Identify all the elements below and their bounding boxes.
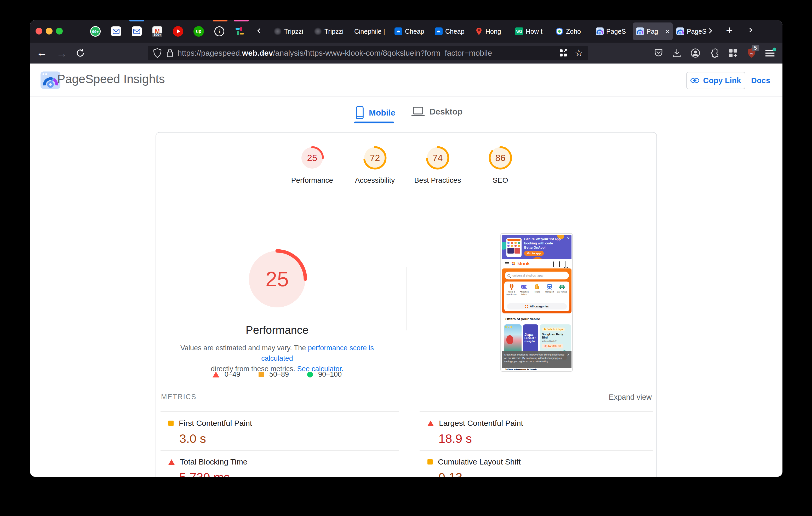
- browser-tab[interactable]: W3How t: [512, 23, 552, 40]
- pinned-tab-gmail[interactable]: M 100+: [152, 26, 163, 37]
- pinned-tab-info[interactable]: i: [214, 26, 225, 37]
- copy-link-button[interactable]: Copy Link: [686, 72, 745, 89]
- mail-icon: [132, 26, 142, 36]
- browser-tab[interactable]: Tripzzi: [270, 23, 310, 40]
- tab-title: PageS: [606, 28, 629, 35]
- grid-icon: [525, 305, 528, 308]
- why-choose-title: Why choose Klook: [505, 368, 537, 370]
- divider: [161, 195, 652, 195]
- pass-circle-icon: [307, 372, 313, 377]
- tab-title: Cheap: [445, 28, 468, 35]
- pinned-tab-upwork[interactable]: up: [194, 26, 204, 37]
- score-value: 72: [363, 146, 387, 170]
- expand-view-link[interactable]: Expand view: [609, 393, 652, 402]
- new-tab-button[interactable]: +: [726, 24, 733, 37]
- pinned-tab-indicator-orange: [213, 20, 227, 22]
- skyscanner-favicon: [395, 27, 402, 35]
- tab-mobile[interactable]: Mobile: [355, 106, 395, 119]
- tab-desktop[interactable]: Desktop: [411, 106, 462, 117]
- extensions-grid-icon[interactable]: [728, 48, 738, 58]
- score-performance[interactable]: 25 Performance: [281, 146, 344, 184]
- mail-icon: [111, 26, 121, 36]
- browser-tab[interactable]: Hong: [472, 23, 512, 40]
- bookmark-star-icon[interactable]: ☆: [575, 48, 583, 59]
- klook-logo: klook: [517, 261, 530, 267]
- minimize-window-button[interactable]: [46, 28, 53, 34]
- screenshot-grid-icon[interactable]: [559, 49, 568, 58]
- pinned-tab-mail-2[interactable]: [132, 26, 142, 37]
- browser-tab[interactable]: Cheap: [392, 23, 431, 40]
- pinned-tab-slack[interactable]: [235, 26, 245, 37]
- info-icon: i: [214, 26, 224, 36]
- forward-button[interactable]: →: [56, 47, 67, 60]
- account-icon[interactable]: [690, 48, 700, 58]
- whatsapp-icon: 99+: [90, 26, 100, 37]
- shield-badge: 5: [752, 45, 759, 51]
- slack-icon: [235, 26, 245, 36]
- scroll-tabs-left-icon[interactable]: [257, 28, 262, 33]
- browser-tab[interactable]: Cheap: [432, 23, 471, 40]
- all-categories-button: All categories: [507, 303, 567, 310]
- cookie-banner: Klook uses cookies to improve your surfi…: [502, 351, 572, 368]
- downloads-icon[interactable]: [672, 48, 682, 58]
- adblock-shield-icon[interactable]: w 5: [747, 48, 756, 58]
- pinned-tab-whatsapp[interactable]: 99+: [90, 26, 100, 37]
- metric-total-blocking-time[interactable]: Total Blocking Time 5,730 ms: [161, 450, 399, 477]
- category-attractions: Attraction tickets: [518, 284, 530, 295]
- search-icon: [508, 274, 510, 277]
- legend-range: 90–100: [318, 370, 342, 378]
- browser-tab[interactable]: PageS: [593, 23, 632, 40]
- lock-icon[interactable]: [167, 48, 173, 58]
- toolbar-right-icons: w 5: [654, 42, 775, 63]
- fail-triangle-icon: [428, 421, 434, 426]
- score-label: SEO: [493, 176, 508, 184]
- browser-tab[interactable]: Cinephile |: [351, 23, 391, 40]
- score-value: 74: [426, 146, 450, 170]
- url-bar[interactable]: https://pagespeed.web.dev/analysis/https…: [148, 46, 588, 60]
- decor-blob: [533, 257, 542, 259]
- docs-link[interactable]: Docs: [751, 76, 770, 85]
- extension-puzzle-icon[interactable]: [709, 48, 719, 58]
- zoom-window-button[interactable]: [56, 28, 63, 34]
- pinned-tab-mail-1[interactable]: [111, 26, 121, 37]
- page-screenshot-thumbnail[interactable]: × Get 5% off your 1st app booking with c…: [500, 233, 573, 372]
- upwork-icon: up: [194, 26, 204, 37]
- gmail-icon: M 100+: [152, 26, 162, 36]
- pinned-tab-indicator-blue: [129, 20, 144, 22]
- reload-button[interactable]: [75, 48, 86, 58]
- tab-title: Hong: [486, 28, 509, 35]
- close-window-button[interactable]: [35, 28, 42, 34]
- app-menu-icon[interactable]: [765, 50, 775, 56]
- pocket-icon[interactable]: [654, 48, 663, 58]
- metric-cumulative-layout-shift[interactable]: Cumulative Layout Shift 0.13: [419, 450, 653, 477]
- score-disclaimer: Values are estimated and may vary. The p…: [170, 343, 384, 374]
- browser-tab[interactable]: Tripzzi: [311, 23, 351, 40]
- score-seo[interactable]: 86 SEO: [469, 146, 532, 184]
- window-controls: [35, 28, 63, 34]
- browser-tab-active[interactable]: Pag ×: [633, 23, 673, 40]
- google-maps-pin-icon: [475, 27, 483, 35]
- performance-section-title: Performance: [199, 324, 355, 337]
- device-tabs: Mobile Desktop: [30, 96, 782, 132]
- score-accessibility[interactable]: 72 Accessibility: [344, 146, 406, 184]
- metric-first-contentful-paint[interactable]: First Contentful Paint 3.0 s: [161, 411, 399, 446]
- browser-tab[interactable]: Zoho: [552, 23, 592, 40]
- browser-window: 99+ M 100+ up i Tr: [30, 20, 782, 477]
- metric-value: 3.0 s: [179, 431, 399, 446]
- average-square-icon: [428, 459, 433, 464]
- pagespeed-header: PageSpeed Insights Copy Link Docs: [30, 63, 782, 96]
- back-button[interactable]: ←: [36, 47, 47, 58]
- mobile-phone-icon: [355, 106, 364, 119]
- tab-bar: 99+ M 100+ up i Tr: [30, 20, 782, 42]
- hamburger-icon: [505, 262, 509, 265]
- metric-largest-contentful-paint[interactable]: Largest Contentful Paint 18.9 s: [419, 411, 653, 446]
- tracking-shield-icon[interactable]: [153, 48, 162, 58]
- klook-header: klook: [502, 259, 572, 268]
- page-title: PageSpeed Insights: [57, 72, 165, 86]
- score-best-practices[interactable]: 74 Best Practices: [406, 146, 469, 184]
- close-tab-icon[interactable]: ×: [666, 27, 669, 35]
- gmail-unread-badge: 100+: [152, 33, 162, 37]
- pinned-tab-youtube-music[interactable]: [173, 26, 183, 37]
- browser-tab[interactable]: PageS: [673, 23, 713, 40]
- list-all-tabs-icon[interactable]: [748, 28, 752, 32]
